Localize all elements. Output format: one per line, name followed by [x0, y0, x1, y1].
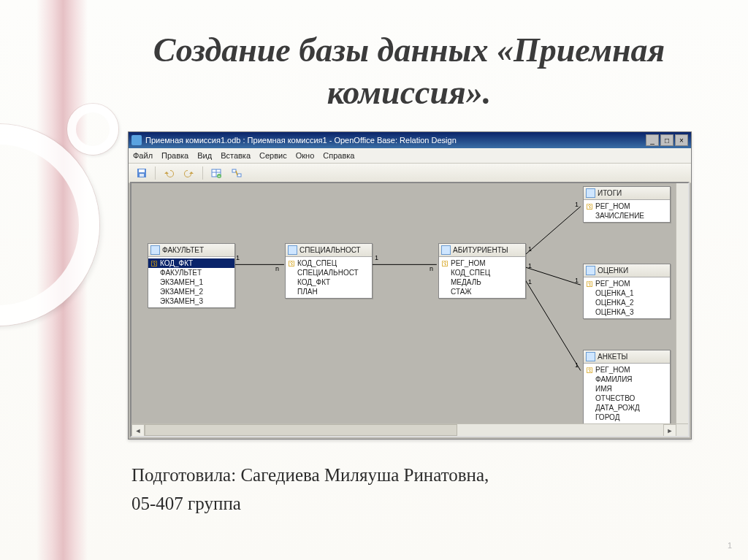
table-field[interactable]: ⚿КОД_ФКТ — [148, 258, 234, 268]
field-name: ПЛАН — [297, 288, 318, 296]
svg-rect-1 — [139, 169, 145, 172]
titlebar[interactable]: Приемная комиссия1.odb : Приемная комисс… — [129, 132, 691, 148]
credit-line2: 05-407 группа — [131, 490, 489, 518]
table-ocenki[interactable]: ОЦЕНКИ ⚿РЕГ_НОМ⚿ОЦЕНКА_1⚿ОЦЕНКА_2⚿ОЦЕНКА… — [583, 264, 671, 319]
field-name: СПЕЦИАЛЬНОСТ — [297, 269, 359, 277]
field-name: КОД_ФКТ — [297, 278, 330, 286]
cardinality-label: 1 — [528, 262, 532, 269]
scroll-right-button[interactable]: ► — [663, 424, 676, 437]
table-field[interactable]: ⚿ГОРОД — [584, 413, 670, 422]
field-name: КОД_СПЕЦ — [297, 259, 337, 267]
cardinality-label: 1 — [236, 254, 240, 261]
scrollbar-horizontal[interactable]: ◄ ► — [131, 423, 676, 436]
table-spec[interactable]: СПЕЦИАЛЬНОСТ ⚿КОД_СПЕЦ⚿СПЕЦИАЛЬНОСТ⚿КОД_… — [285, 243, 373, 299]
menu-tools[interactable]: Сервис — [259, 151, 287, 160]
cardinality-label: 1 — [575, 201, 579, 208]
undo-icon[interactable] — [160, 165, 178, 181]
field-name: ФАКУЛЬТЕТ — [160, 269, 202, 277]
svg-rect-9 — [237, 174, 241, 177]
field-name: РЕГ_НОМ — [595, 366, 630, 374]
minimize-button[interactable]: _ — [646, 134, 659, 146]
key-icon: ⚿ — [442, 260, 449, 267]
menu-edit[interactable]: Правка — [161, 151, 188, 160]
field-name: ОЦЕНКА_2 — [595, 299, 634, 307]
table-field[interactable]: ⚿ФАКУЛЬТЕТ — [148, 268, 234, 277]
credit-line1: Подготовила: Сагедиева Миляуша Ринатовна… — [131, 461, 489, 490]
toolbar-separator — [155, 166, 156, 180]
table-field[interactable]: ⚿РЕГ_НОМ — [584, 365, 670, 375]
table-field[interactable]: ⚿ДАТА_РОЖД — [584, 403, 670, 413]
save-icon[interactable] — [133, 165, 150, 181]
menubar: Файл Правка Вид Вставка Сервис Окно Спра… — [129, 148, 691, 164]
menu-help[interactable]: Справка — [323, 151, 354, 160]
svg-text:+: + — [218, 174, 221, 178]
table-field[interactable]: ⚿ЗАЧИСЛЕНИЕ — [584, 211, 670, 220]
new-relation-icon[interactable] — [228, 165, 245, 181]
table-field[interactable]: ⚿ОТЧЕСТВО — [584, 394, 670, 403]
table-title: АБИТУРИЕНТЫ — [453, 246, 508, 254]
table-title: ОЦЕНКИ — [598, 266, 628, 275]
field-name: ЗАЧИСЛЕНИЕ — [595, 212, 644, 220]
svg-line-14 — [524, 266, 581, 285]
redo-icon[interactable] — [180, 165, 198, 181]
field-name: КОД_ФКТ — [160, 259, 193, 267]
table-abit[interactable]: АБИТУРИЕНТЫ ⚿РЕГ_НОМ⚿КОД_СПЕЦ⚿МЕДАЛЬ⚿СТА… — [438, 243, 526, 299]
close-button[interactable]: × — [675, 134, 688, 146]
table-field[interactable]: ⚿КОД_ФКТ — [286, 277, 372, 287]
table-icon — [586, 188, 595, 198]
field-name: ОТЧЕСТВО — [595, 394, 635, 402]
table-field[interactable]: ⚿КОД_СПЕЦ — [439, 268, 525, 277]
page-number: 1 — [728, 541, 732, 550]
menu-window[interactable]: Окно — [296, 151, 315, 160]
table-itogi[interactable]: ИТОГИ ⚿РЕГ_НОМ⚿ЗАЧИСЛЕНИЕ — [583, 186, 671, 223]
table-icon — [288, 245, 297, 255]
table-icon — [586, 352, 595, 361]
scroll-left-button[interactable]: ◄ — [131, 424, 145, 437]
scrollbar-vertical[interactable] — [676, 183, 688, 424]
table-field[interactable]: ⚿ОЦЕНКА_2 — [584, 298, 670, 307]
field-name: ЭКЗАМЕН_1 — [160, 278, 203, 286]
table-field[interactable]: ⚿СПЕЦИАЛЬНОСТ — [286, 268, 372, 277]
table-title: ФАКУЛЬТЕТ — [162, 246, 204, 254]
table-field[interactable]: ⚿ОЦЕНКА_1 — [584, 288, 670, 298]
table-title: СПЕЦИАЛЬНОСТ — [299, 246, 361, 254]
maximize-button[interactable]: □ — [660, 134, 673, 146]
cardinality-label: 1 — [528, 278, 532, 285]
field-name: ГОРОД — [595, 413, 619, 421]
app-window: Приемная комиссия1.odb : Приемная комисс… — [128, 131, 692, 440]
table-field[interactable]: ⚿РЕГ_НОМ — [584, 279, 670, 288]
field-name: ЭКЗАМЕН_3 — [160, 297, 203, 305]
svg-line-13 — [524, 207, 581, 256]
add-table-icon[interactable]: + — [207, 165, 225, 181]
field-name: РЕГ_НОМ — [451, 259, 486, 267]
menu-file[interactable]: Файл — [133, 151, 153, 160]
table-field[interactable]: ⚿РЕГ_НОМ — [439, 258, 525, 268]
table-field[interactable]: ⚿РЕГ_НОМ — [584, 202, 670, 211]
table-field[interactable]: ⚿СТАЖ — [439, 287, 525, 296]
table-field[interactable]: ⚿ФАМИЛИЯ — [584, 375, 670, 384]
table-icon — [441, 245, 451, 255]
field-name: РЕГ_НОМ — [595, 280, 630, 288]
table-field[interactable]: ⚿ЭКЗАМЕН_2 — [148, 287, 234, 296]
table-field[interactable]: ⚿КОД_СПЕЦ — [286, 258, 372, 268]
table-field[interactable]: ⚿ЭКЗАМЕН_3 — [148, 296, 234, 306]
key-icon: ⚿ — [587, 203, 593, 210]
svg-rect-8 — [232, 169, 236, 172]
field-name: ЭКЗАМЕН_2 — [160, 288, 203, 296]
scroll-thumb[interactable] — [145, 424, 457, 436]
svg-line-10 — [236, 171, 237, 175]
table-field[interactable]: ⚿ОЦЕНКА_3 — [584, 307, 670, 317]
svg-line-15 — [524, 277, 581, 370]
table-field[interactable]: ⚿ЭКЗАМЕН_1 — [148, 277, 234, 287]
menu-insert[interactable]: Вставка — [221, 151, 251, 160]
table-field[interactable]: ⚿ИМЯ — [584, 384, 670, 394]
svg-rect-2 — [140, 174, 144, 177]
menu-view[interactable]: Вид — [197, 151, 212, 160]
table-field[interactable]: ⚿ПЛАН — [286, 287, 372, 296]
cardinality-label: 1 — [575, 277, 579, 284]
table-faculty[interactable]: ФАКУЛЬТЕТ ⚿КОД_ФКТ⚿ФАКУЛЬТЕТ⚿ЭКЗАМЕН_1⚿Э… — [148, 243, 235, 308]
table-field[interactable]: ⚿МЕДАЛЬ — [439, 277, 525, 287]
relation-canvas[interactable]: 1 n 1 n 1 1 1 1 1 1 ФАКУЛЬТЕТ ⚿КОД_ФКТ⚿Ф… — [130, 182, 690, 437]
table-ankety[interactable]: АНКЕТЫ ⚿РЕГ_НОМ⚿ФАМИЛИЯ⚿ИМЯ⚿ОТЧЕСТВО⚿ДАТ… — [583, 350, 671, 424]
field-name: ДАТА_РОЖД — [595, 404, 640, 412]
